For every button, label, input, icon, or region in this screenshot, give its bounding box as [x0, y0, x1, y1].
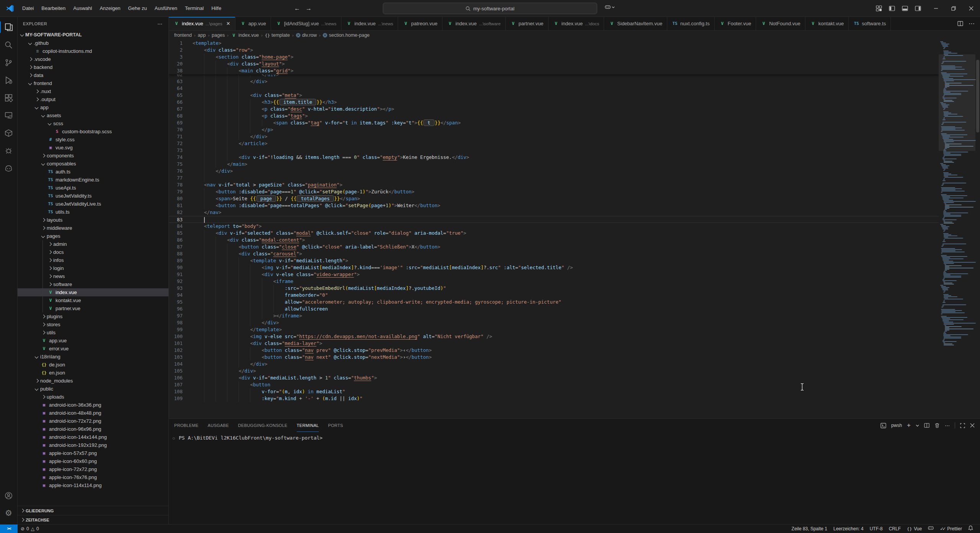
tree-file-app-vue[interactable]: Vapp.vue: [18, 337, 168, 345]
code-line-64[interactable]: 64: [169, 85, 939, 92]
status-cursor-position[interactable]: Zeile 83, Spalte 1: [789, 526, 830, 531]
tab--idandslug-vue[interactable]: V[idAndSlug].vue...\news: [271, 17, 341, 30]
code-line-72[interactable]: 72</article>: [169, 140, 939, 147]
toggle-secondary-sidebar-icon[interactable]: [915, 5, 921, 11]
kill-terminal-icon[interactable]: [934, 423, 940, 428]
status-formatter[interactable]: ✓✓Prettier: [937, 526, 965, 531]
problems-indicator[interactable]: ⊘0 △0: [18, 526, 42, 531]
nav-forward-icon[interactable]: →: [305, 5, 312, 12]
tree-file-auth-ts[interactable]: TSauth.ts: [18, 168, 168, 176]
close-tab-icon[interactable]: ✕: [226, 21, 230, 26]
tree-file-android-icon-96x96-png[interactable]: ▣android-icon-96x96.png: [18, 425, 168, 433]
tree-folder-plugins[interactable]: plugins: [18, 312, 168, 320]
tree-file-apple-icon-57x57-png[interactable]: ▣apple-icon-57x57.png: [18, 449, 168, 457]
menu-datei[interactable]: Datei: [18, 4, 38, 13]
code-line-73[interactable]: 73: [169, 147, 939, 154]
code-line-80[interactable]: 80<span>Seite {{ page }} / {{ totalPages…: [169, 195, 939, 202]
tree-file-partner-vue[interactable]: Vpartner.vue: [18, 304, 168, 312]
remote-indicator[interactable]: ><: [0, 525, 18, 533]
tree-file-custom-bootstrap-scss[interactable]: Scustom-bootstrap.scss: [18, 128, 168, 136]
run-and-debug-icon[interactable]: [0, 71, 18, 89]
menu-anzeigen[interactable]: Anzeigen: [96, 4, 124, 13]
tree-folder-layouts[interactable]: layouts: [18, 216, 168, 224]
code-line-63[interactable]: 63</div>: [169, 78, 939, 85]
tab-index-vue[interactable]: Vindex.vue...\software: [443, 17, 506, 30]
menu-terminal[interactable]: Terminal: [181, 4, 207, 13]
tree-folder--output[interactable]: .output: [18, 95, 168, 103]
tree-file-android-icon-192x192-png[interactable]: ▣android-icon-192x192.png: [18, 441, 168, 449]
tab-app-vue[interactable]: Vapp.vue: [235, 17, 271, 30]
code-line-98[interactable]: 98</div>: [169, 319, 939, 326]
code-line-106[interactable]: 106<div v-if="mediaList.length > 1" clas…: [169, 374, 939, 381]
status-copilot[interactable]: [925, 526, 937, 531]
code-line-1[interactable]: 1<template>: [169, 40, 939, 47]
minimize-button[interactable]: [927, 0, 945, 16]
code-line-90[interactable]: 90<img v-if="mediaList[mediaIndex]?.kind…: [169, 264, 939, 271]
tree-file-android-icon-48x48-png[interactable]: ▣android-icon-48x48.png: [18, 409, 168, 417]
code-line-104[interactable]: 104</div>: [169, 361, 939, 368]
split-terminal-icon[interactable]: [924, 423, 929, 428]
tree-folder--vscode[interactable]: .vscode: [18, 55, 168, 63]
tree-file-android-icon-36x36-png[interactable]: ▣android-icon-36x36.png: [18, 401, 168, 409]
tree-folder-middleware[interactable]: middleware: [18, 224, 168, 232]
code-line-38[interactable]: 38<main class="grid">: [169, 67, 939, 74]
breadcrumb-item-template[interactable]: {}template: [265, 33, 290, 38]
code-line-70[interactable]: 70</p>: [169, 126, 939, 133]
panel-tab-ausgabe[interactable]: AUSGABE: [208, 419, 229, 432]
tree-folder-public[interactable]: public: [18, 385, 168, 393]
chevron-down-icon[interactable]: [916, 424, 919, 427]
panel-more-actions-icon[interactable]: ⋯: [945, 423, 950, 428]
tree-file-de-json[interactable]: {}de.json: [18, 361, 168, 369]
copilot-icon[interactable]: [0, 159, 18, 177]
code-line-109[interactable]: 109:key="m.kind + '-' + (m.id || idx)": [169, 395, 939, 402]
status-notifications[interactable]: [965, 525, 976, 532]
code-line-2[interactable]: 2<div class="row">: [169, 47, 939, 54]
split-editor-icon[interactable]: [957, 21, 963, 26]
tab-index-vue[interactable]: Vindex.vue...\pages✕: [169, 17, 235, 30]
tree-folder--nuxt[interactable]: .nuxt: [18, 87, 168, 95]
code-line-82[interactable]: 82</nav>: [169, 209, 939, 216]
code-line-81[interactable]: 81<button :disabled="page===totalPages" …: [169, 202, 939, 209]
code-line-93[interactable]: 93:src="youtubeEmbedUrl(mediaList[mediaI…: [169, 285, 939, 292]
code-line-101[interactable]: 101<div class="media-layer">: [169, 340, 939, 347]
code-line-97[interactable]: 97></iframe>: [169, 312, 939, 319]
code-line-103[interactable]: 103<button class="nav next" @click.stop=…: [169, 354, 939, 361]
tree-folder-utils[interactable]: utils: [18, 329, 168, 337]
code-line-66[interactable]: 66<h3>{{ item.title }}</h3>: [169, 99, 939, 106]
tree-folder-backend[interactable]: backend: [18, 63, 168, 71]
tree-file-vue-svg[interactable]: ▣vue.svg: [18, 144, 168, 152]
code-line-79[interactable]: 79<button :disabled="page===1" @click="s…: [169, 188, 939, 195]
tree-file-useapi-ts[interactable]: TSuseApi.ts: [18, 184, 168, 192]
tree-folder-assets[interactable]: assets: [18, 111, 168, 119]
tab-software-ts[interactable]: TSsoftware.ts: [849, 17, 891, 30]
code-line-87[interactable]: 87<button class="close" @click="close" a…: [169, 244, 939, 250]
tree-file-en-json[interactable]: {}en.json: [18, 369, 168, 377]
status-language-mode[interactable]: {}Vue: [904, 526, 925, 531]
timeline-section[interactable]: ZEITACHSE: [18, 515, 168, 524]
tree-file-apple-icon-72x72-png[interactable]: ▣apple-icon-72x72.png: [18, 465, 168, 473]
code-line-68[interactable]: 68<p class="tags">: [169, 113, 939, 119]
tree-file-apple-icon-114x114-png[interactable]: ▣apple-icon-114x114.png: [18, 481, 168, 489]
code-line-67[interactable]: 67<p class="desc" v-html="item.descripti…: [169, 106, 939, 113]
tree-file-usejwtvaliditylive-ts[interactable]: TSuseJwtValidityLive.ts: [18, 200, 168, 208]
maximize-panel-icon[interactable]: [960, 423, 965, 428]
status-encoding[interactable]: UTF-8: [867, 526, 886, 531]
search-icon[interactable]: [0, 36, 18, 54]
tree-file-android-icon-144x144-png[interactable]: ▣android-icon-144x144.png: [18, 433, 168, 441]
code-line-84[interactable]: 84<teleport to="body">: [169, 223, 939, 230]
code-line-94[interactable]: 94frameborder="0": [169, 292, 939, 299]
copilot-menu-button[interactable]: [605, 5, 615, 10]
toggle-sidebar-icon[interactable]: [889, 5, 895, 11]
tree-folder-stores[interactable]: stores: [18, 320, 168, 329]
containers-icon[interactable]: [0, 124, 18, 142]
menu-gehe-zu[interactable]: Gehe zu: [124, 4, 151, 13]
tree-folder-uploads[interactable]: uploads: [18, 393, 168, 401]
panel-tab-debugging-konsole[interactable]: DEBUGGING-KONSOLE: [238, 419, 287, 432]
code-line-88[interactable]: 88<div class="carousel">: [169, 250, 939, 257]
extensions-icon[interactable]: [0, 89, 18, 106]
code-line-92[interactable]: 92<iframe: [169, 278, 939, 285]
source-control-icon[interactable]: [0, 54, 18, 71]
code-editor[interactable]: 62</div>63</div>64 65<div class="meta">6…: [169, 40, 980, 419]
new-terminal-icon[interactable]: +: [907, 422, 911, 429]
code-line-96[interactable]: 96allowfullscreen: [169, 306, 939, 312]
